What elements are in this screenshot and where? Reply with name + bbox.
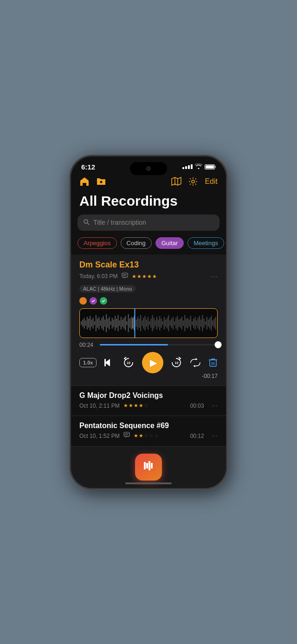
svg-rect-112 xyxy=(148,461,150,470)
settings-icon[interactable] xyxy=(188,176,198,187)
delete-button[interactable] xyxy=(208,358,218,368)
active-rec-more-button[interactable]: ··· xyxy=(211,272,218,281)
dynamic-island xyxy=(130,162,167,175)
svg-rect-95 xyxy=(207,317,207,329)
svg-rect-10 xyxy=(82,319,83,327)
color-tags xyxy=(79,297,218,305)
progress-track[interactable] xyxy=(100,344,218,345)
wifi-icon xyxy=(195,163,202,170)
svg-rect-9 xyxy=(81,321,82,325)
svg-rect-66 xyxy=(164,317,165,329)
tags-row: Arpeggios Coding Guitar Meetings Scale xyxy=(71,237,226,254)
svg-rect-6 xyxy=(122,273,128,277)
svg-rect-79 xyxy=(183,320,184,326)
toolbar: Edit xyxy=(71,173,226,190)
active-rec-meta: Today, 6:03 PM ★ ★ ★ xyxy=(79,272,218,281)
progress-thumb[interactable] xyxy=(215,341,222,348)
svg-rect-23 xyxy=(102,318,103,328)
svg-rect-76 xyxy=(178,319,179,327)
rec-item-1-stars: ★ ★ ★ ★ ☆ xyxy=(123,403,148,409)
svg-rect-60 xyxy=(155,320,156,326)
svg-rect-12 xyxy=(85,320,86,326)
svg-rect-78 xyxy=(181,317,182,329)
svg-rect-82 xyxy=(187,318,188,328)
svg-rect-98 xyxy=(211,316,212,330)
svg-rect-64 xyxy=(161,319,161,327)
svg-rect-91 xyxy=(200,319,201,327)
svg-rect-110 xyxy=(144,462,146,469)
loop-button[interactable] xyxy=(190,358,201,367)
svg-rect-39 xyxy=(125,316,126,330)
svg-rect-77 xyxy=(180,319,181,327)
svg-rect-54 xyxy=(146,319,147,327)
record-button[interactable] xyxy=(135,454,162,481)
waveform[interactable] xyxy=(79,308,218,338)
recording-item-2[interactable]: Pentatonic Sequence #69 Oct 10, 1:52 PM xyxy=(71,416,226,446)
tag-arpeggios[interactable]: Arpeggios xyxy=(77,237,117,249)
rec-item-2-duration: 00:12 xyxy=(190,433,204,439)
svg-rect-80 xyxy=(184,315,185,331)
svg-point-0 xyxy=(100,181,103,183)
svg-rect-14 xyxy=(88,319,89,327)
active-recording: Dm Scale Ex13 Today, 6:03 PM xyxy=(71,254,226,385)
svg-rect-11 xyxy=(84,318,84,328)
tag-coding[interactable]: Coding xyxy=(121,237,152,249)
search-placeholder[interactable]: Title / transcription xyxy=(93,219,146,226)
color-tag-orange xyxy=(79,297,87,305)
rewind-10-button[interactable]: 10 xyxy=(123,357,135,369)
search-bar[interactable]: Title / transcription xyxy=(77,215,220,231)
active-rec-title-row: Dm Scale Ex13 xyxy=(79,260,218,270)
battery-icon xyxy=(205,164,216,169)
app-content[interactable]: Edit All Recordings Title / transcriptio… xyxy=(71,173,226,483)
rec-item-1-meta: Oct 10, 2:11 PM ★ ★ ★ ★ ☆ 00:03 ··· xyxy=(79,402,218,410)
folder-icon[interactable] xyxy=(96,177,106,186)
svg-rect-25 xyxy=(104,319,105,327)
speed-button[interactable]: 1.0x xyxy=(79,358,97,367)
svg-rect-36 xyxy=(121,317,122,329)
svg-rect-70 xyxy=(169,320,170,326)
active-rec-title[interactable]: Dm Scale Ex13 xyxy=(79,260,139,270)
svg-rect-31 xyxy=(113,319,114,327)
svg-rect-44 xyxy=(132,318,133,328)
svg-rect-13 xyxy=(87,317,88,329)
rec-item-1-title: G Major Drop2 Voicings xyxy=(79,391,218,400)
rec-item-1-duration: 00:03 xyxy=(190,403,204,409)
tag-guitar[interactable]: Guitar xyxy=(155,237,184,249)
svg-rect-18 xyxy=(94,321,95,325)
home-indicator xyxy=(125,482,172,484)
svg-rect-92 xyxy=(202,315,203,331)
play-icon: ▶ xyxy=(150,357,157,368)
skip-to-start-button[interactable] xyxy=(104,358,115,367)
svg-rect-111 xyxy=(146,463,148,468)
rec-item-1-date: Oct 10, 2:11 PM xyxy=(79,403,120,409)
format-badge: ALAC | 48kHz | Mono xyxy=(79,285,136,293)
svg-rect-93 xyxy=(203,319,204,327)
map-icon[interactable] xyxy=(171,177,181,186)
rec-item-2-more-button[interactable]: ··· xyxy=(212,432,218,440)
play-button[interactable]: ▶ xyxy=(142,352,163,373)
forward-10-button[interactable]: 10 xyxy=(170,357,182,369)
signal-icon xyxy=(182,164,193,169)
svg-rect-26 xyxy=(106,314,107,332)
home-icon[interactable] xyxy=(79,177,90,186)
svg-rect-40 xyxy=(126,321,127,325)
svg-rect-84 xyxy=(190,316,191,330)
edit-button[interactable]: Edit xyxy=(205,177,218,186)
svg-rect-27 xyxy=(107,319,108,327)
svg-rect-29 xyxy=(110,321,111,325)
svg-rect-33 xyxy=(116,319,117,327)
svg-rect-87 xyxy=(194,317,195,329)
svg-rect-104 xyxy=(210,360,216,366)
svg-rect-24 xyxy=(103,316,104,330)
record-icon xyxy=(143,460,154,474)
rec-item-2-stars: ★ ★ ☆ ☆ ☆ xyxy=(134,433,159,439)
rec-item-2-transcription-icon xyxy=(123,432,130,440)
tag-meetings[interactable]: Meetings xyxy=(187,237,224,249)
rec-item-1-more-button[interactable]: ··· xyxy=(212,402,218,410)
active-rec-date: Today, 6:03 PM xyxy=(79,273,118,280)
recording-item-1[interactable]: G Major Drop2 Voicings Oct 10, 2:11 PM ★… xyxy=(71,385,226,416)
svg-point-3 xyxy=(192,180,194,183)
progress-row[interactable]: 00:24 xyxy=(79,342,218,348)
time-remaining: -00:17 xyxy=(202,373,218,379)
transcription-icon xyxy=(122,273,128,280)
